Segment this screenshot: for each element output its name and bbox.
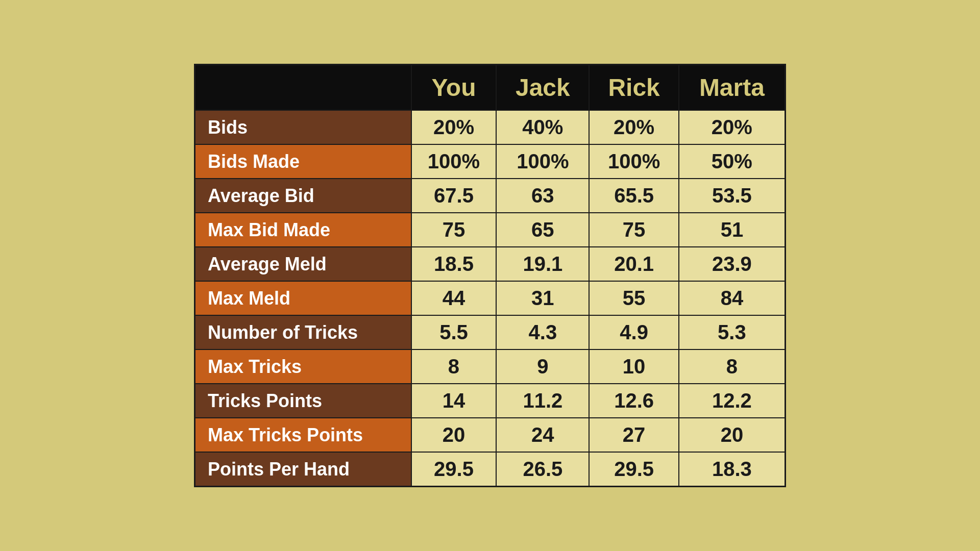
row-jack: 100% [496, 144, 589, 179]
row-label: Max Meld [195, 281, 411, 315]
row-label: Max Bid Made [195, 213, 411, 247]
row-rick: 20% [589, 110, 678, 144]
row-marta: 50% [679, 144, 786, 179]
row-label: Points Per Hand [195, 452, 411, 487]
row-jack: 26.5 [496, 452, 589, 487]
table-row: Max Meld44315584 [195, 281, 786, 315]
row-jack: 4.3 [496, 315, 589, 349]
row-label: Tricks Points [195, 384, 411, 418]
table-row: Tricks Points1411.212.612.2 [195, 384, 786, 418]
row-jack: 9 [496, 349, 589, 384]
row-you: 20 [411, 418, 497, 452]
row-you: 14 [411, 384, 497, 418]
row-marta: 53.5 [679, 179, 786, 213]
row-label: Max Tricks Points [195, 418, 411, 452]
row-rick: 55 [589, 281, 678, 315]
table-row: Max Bid Made75657551 [195, 213, 786, 247]
row-marta: 18.3 [679, 452, 786, 487]
row-jack: 19.1 [496, 247, 589, 281]
row-jack: 11.2 [496, 384, 589, 418]
row-marta: 84 [679, 281, 786, 315]
row-jack: 40% [496, 110, 589, 144]
row-marta: 8 [679, 349, 786, 384]
row-rick: 100% [589, 144, 678, 179]
table-row: Average Bid67.56365.553.5 [195, 179, 786, 213]
row-rick: 12.6 [589, 384, 678, 418]
table-row: Bids Made100%100%100%50% [195, 144, 786, 179]
header-rick: Rick [589, 65, 678, 111]
header-empty [195, 65, 411, 111]
stats-table-container: You Jack Rick Marta Bids20%40%20%20%Bids… [194, 64, 786, 487]
row-jack: 31 [496, 281, 589, 315]
row-rick: 10 [589, 349, 678, 384]
row-rick: 4.9 [589, 315, 678, 349]
row-rick: 65.5 [589, 179, 678, 213]
header-marta: Marta [679, 65, 786, 111]
table-row: Max Tricks89108 [195, 349, 786, 384]
header-row: You Jack Rick Marta [195, 65, 786, 111]
row-you: 5.5 [411, 315, 497, 349]
header-jack: Jack [496, 65, 589, 111]
row-you: 67.5 [411, 179, 497, 213]
row-you: 44 [411, 281, 497, 315]
row-marta: 5.3 [679, 315, 786, 349]
table-row: Average Meld18.519.120.123.9 [195, 247, 786, 281]
row-label: Max Tricks [195, 349, 411, 384]
row-label: Number of Tricks [195, 315, 411, 349]
stats-table: You Jack Rick Marta Bids20%40%20%20%Bids… [194, 64, 786, 487]
row-rick: 75 [589, 213, 678, 247]
row-you: 100% [411, 144, 497, 179]
row-rick: 27 [589, 418, 678, 452]
row-label: Bids Made [195, 144, 411, 179]
row-rick: 20.1 [589, 247, 678, 281]
row-marta: 23.9 [679, 247, 786, 281]
row-you: 29.5 [411, 452, 497, 487]
header-you: You [411, 65, 497, 111]
row-jack: 65 [496, 213, 589, 247]
row-jack: 24 [496, 418, 589, 452]
row-marta: 20 [679, 418, 786, 452]
row-rick: 29.5 [589, 452, 678, 487]
row-marta: 51 [679, 213, 786, 247]
row-label: Average Bid [195, 179, 411, 213]
row-you: 18.5 [411, 247, 497, 281]
row-label: Average Meld [195, 247, 411, 281]
table-row: Max Tricks Points20242720 [195, 418, 786, 452]
row-you: 75 [411, 213, 497, 247]
row-you: 8 [411, 349, 497, 384]
row-you: 20% [411, 110, 497, 144]
row-jack: 63 [496, 179, 589, 213]
table-row: Points Per Hand29.526.529.518.3 [195, 452, 786, 487]
row-marta: 20% [679, 110, 786, 144]
row-label: Bids [195, 110, 411, 144]
table-row: Number of Tricks5.54.34.95.3 [195, 315, 786, 349]
row-marta: 12.2 [679, 384, 786, 418]
table-row: Bids20%40%20%20% [195, 110, 786, 144]
